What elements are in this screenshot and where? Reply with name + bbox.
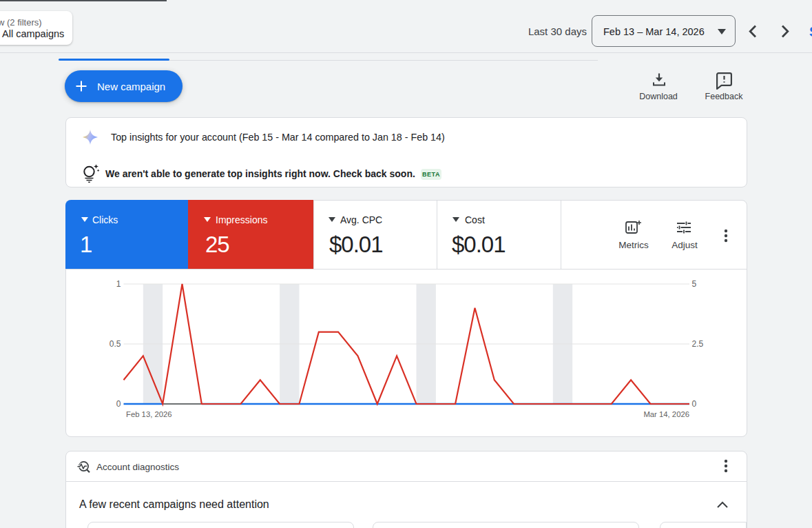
svg-text:0.5: 0.5: [110, 339, 121, 349]
svg-text:0: 0: [692, 399, 697, 409]
svg-text:Feb 13, 2026: Feb 13, 2026: [126, 410, 172, 418]
svg-text:1: 1: [116, 279, 121, 289]
svg-text:0: 0: [116, 399, 121, 409]
svg-text:2.5: 2.5: [692, 339, 704, 349]
svg-text:5: 5: [692, 279, 697, 289]
svg-text:Mar 14, 2026: Mar 14, 2026: [643, 410, 689, 418]
